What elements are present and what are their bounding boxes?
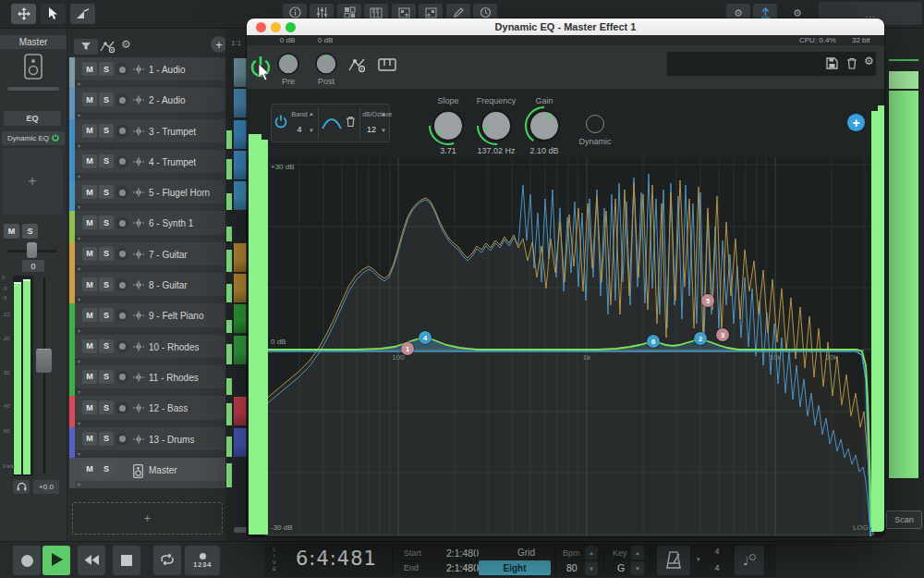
track-mute-button[interactable]: M bbox=[82, 124, 97, 138]
track-filter-button[interactable] bbox=[74, 39, 98, 55]
track-solo-button[interactable]: S bbox=[99, 154, 114, 168]
track-record-arm-button[interactable] bbox=[116, 433, 128, 446]
zoom-window-button[interactable] bbox=[286, 22, 296, 32]
track-solo-button[interactable]: S bbox=[99, 124, 114, 138]
clip-block[interactable] bbox=[234, 304, 247, 333]
pan-value[interactable]: 0 bbox=[22, 260, 44, 272]
track-row[interactable]: M S Master ▾ bbox=[69, 458, 225, 488]
track-expand-strip[interactable]: ▾ bbox=[75, 481, 225, 488]
time-signature-top[interactable]: 4 bbox=[709, 547, 725, 556]
track-name[interactable]: 13 - Drums bbox=[149, 435, 194, 445]
scan-button[interactable]: Scan bbox=[886, 510, 922, 529]
track-name[interactable]: 11 - Rhodes bbox=[149, 373, 199, 383]
preset-name-field[interactable]: ⚙ bbox=[667, 52, 876, 76]
track-solo-button[interactable]: S bbox=[99, 92, 114, 106]
count-in-button[interactable]: 1234 bbox=[185, 546, 220, 575]
add-device-dropzone[interactable]: + bbox=[2, 148, 63, 215]
track-row[interactable]: M S 1 - Audio ▾ bbox=[69, 57, 225, 88]
plugin-window-titlebar[interactable]: Dynamic EQ - Master Effect 1 bbox=[247, 18, 884, 35]
track-name[interactable]: 2 - Audio bbox=[149, 95, 185, 105]
track-mute-button[interactable]: M bbox=[82, 400, 97, 414]
horizontal-scrollbar[interactable] bbox=[234, 527, 248, 533]
track-record-arm-button[interactable] bbox=[116, 248, 128, 261]
track-row[interactable]: M S 13 - Drums ▾ bbox=[69, 427, 225, 458]
track-row[interactable]: M S 12 - Bass ▾ bbox=[69, 396, 225, 426]
track-expand-strip[interactable]: ▾ bbox=[75, 203, 225, 211]
clip-block[interactable] bbox=[234, 428, 247, 457]
track-row[interactable]: M S 9 - Felt Piano ▾ bbox=[69, 303, 225, 334]
track-expand-strip[interactable]: ▾ bbox=[75, 358, 225, 365]
track-expand-strip[interactable]: ▾ bbox=[75, 80, 225, 88]
track-record-arm-button[interactable] bbox=[116, 186, 128, 199]
pointer-tool-button[interactable] bbox=[41, 4, 66, 24]
track-record-arm-button[interactable] bbox=[116, 155, 128, 168]
track-solo-button[interactable]: S bbox=[99, 400, 114, 414]
metronome-options-caret[interactable]: ▾ bbox=[697, 556, 700, 563]
track-record-arm-button[interactable] bbox=[116, 309, 128, 322]
track-solo-button[interactable]: S bbox=[99, 308, 114, 322]
track-mute-button[interactable]: M bbox=[82, 308, 97, 322]
eq-band-marker-6[interactable]: 6 bbox=[647, 335, 660, 348]
track-solo-button[interactable]: S bbox=[99, 462, 114, 476]
track-solo-button[interactable]: S bbox=[99, 339, 114, 353]
track-expand-strip[interactable]: ▾ bbox=[75, 265, 225, 273]
end-value[interactable]: 2:1:480 bbox=[446, 562, 479, 573]
track-row[interactable]: M S 10 - Rhodes ▾ bbox=[69, 335, 225, 365]
clip-block[interactable] bbox=[234, 151, 247, 179]
track-row[interactable]: M S 6 - Synth 1 ▾ bbox=[69, 211, 225, 241]
eq-device-button[interactable]: EQ bbox=[4, 111, 61, 126]
track-record-arm-button[interactable] bbox=[116, 216, 128, 229]
key-value[interactable]: G bbox=[617, 562, 625, 573]
master-gain-value[interactable]: +0.0 bbox=[33, 480, 59, 494]
track-name[interactable]: 6 - Synth 1 bbox=[149, 218, 193, 228]
inspector-title[interactable]: Master bbox=[0, 35, 67, 49]
track-solo-button[interactable]: S bbox=[99, 247, 114, 261]
track-mute-button[interactable]: M bbox=[82, 339, 97, 353]
loop-button[interactable] bbox=[153, 546, 181, 575]
track-row[interactable]: M S 4 - Trumpet ▾ bbox=[69, 150, 225, 180]
track-expand-strip[interactable]: ▾ bbox=[75, 296, 225, 303]
track-mute-button[interactable]: M bbox=[82, 154, 97, 168]
track-row[interactable]: M S 3 - Trumpet ▾ bbox=[69, 119, 225, 150]
track-name[interactable]: 5 - Flugel Horn bbox=[149, 188, 210, 198]
track-solo-button[interactable]: S bbox=[99, 215, 114, 229]
clip-block[interactable] bbox=[234, 336, 247, 364]
dynamic-toggle-button[interactable] bbox=[586, 115, 604, 133]
track-name[interactable]: 10 - Rhodes bbox=[149, 342, 199, 352]
pan-handle[interactable] bbox=[27, 242, 37, 258]
eq-band-marker-5[interactable]: 5 bbox=[701, 294, 714, 307]
track-mute-button[interactable]: M bbox=[82, 247, 97, 261]
octave-up-button[interactable]: ▲ bbox=[379, 111, 388, 117]
cue-headphone-button[interactable] bbox=[13, 480, 30, 494]
plugin-keyboard-button[interactable] bbox=[378, 58, 396, 73]
eq-band-marker-3[interactable]: 3 bbox=[716, 328, 729, 341]
time-signature-bottom[interactable]: 4 bbox=[709, 563, 725, 572]
band-up-button[interactable]: ▲ bbox=[307, 111, 316, 117]
start-value[interactable]: 2:1:480 bbox=[446, 547, 479, 559]
track-record-arm-button[interactable] bbox=[116, 278, 128, 291]
grid-value-button[interactable]: Eight bbox=[479, 560, 551, 575]
band-power-button[interactable] bbox=[274, 114, 287, 130]
master-volume-strip[interactable] bbox=[7, 87, 59, 91]
save-preset-button[interactable] bbox=[826, 57, 838, 71]
track-expand-strip[interactable]: ▾ bbox=[75, 112, 225, 119]
track-solo-button[interactable]: S bbox=[99, 62, 114, 76]
track-name[interactable]: 4 - Trumpet bbox=[149, 157, 196, 167]
track-expand-strip[interactable]: ▾ bbox=[75, 450, 225, 458]
track-record-arm-button[interactable] bbox=[116, 125, 128, 138]
track-expand-strip[interactable]: ▾ bbox=[75, 235, 225, 242]
fader-handle[interactable] bbox=[36, 349, 52, 373]
track-mute-button[interactable]: M bbox=[82, 370, 97, 384]
track-row[interactable]: M S 5 - Flugel Horn ▾ bbox=[69, 180, 225, 211]
bpm-down-button[interactable]: ▼ bbox=[585, 561, 598, 575]
track-expand-strip[interactable]: ▾ bbox=[75, 388, 225, 396]
gain-knob[interactable] bbox=[524, 105, 565, 148]
track-name[interactable]: 7 - Guitar bbox=[149, 250, 188, 260]
track-expand-strip[interactable]: ▾ bbox=[75, 327, 225, 335]
track-expand-strip[interactable]: ▾ bbox=[75, 420, 225, 427]
track-solo-button[interactable]: S bbox=[99, 277, 114, 291]
plugin-window[interactable]: Dynamic EQ - Master Effect 1 0 dB 0 dB C… bbox=[247, 18, 884, 536]
octave-down-button[interactable]: ▼ bbox=[379, 128, 388, 133]
clip-block[interactable] bbox=[234, 58, 247, 87]
track-record-arm-button[interactable] bbox=[116, 63, 128, 76]
